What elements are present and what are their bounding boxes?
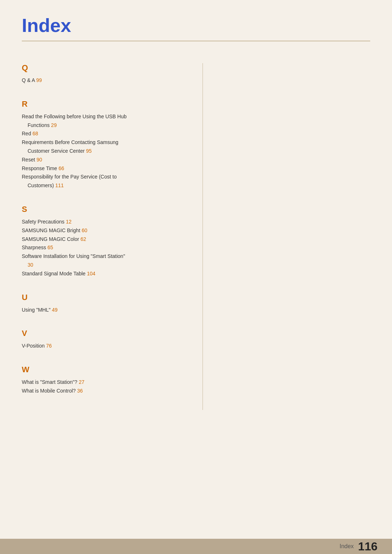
page-num-safety: 12 bbox=[66, 219, 72, 225]
entry-sharpness: Sharpness 65 bbox=[22, 243, 192, 252]
section-v: V V-Position 76 bbox=[22, 329, 192, 350]
page-num-sharpness: 65 bbox=[48, 245, 53, 250]
page-num-requirements: 95 bbox=[86, 148, 92, 154]
section-letter-u: U bbox=[22, 293, 192, 302]
section-letter-w: W bbox=[22, 365, 192, 374]
section-q: Q Q & A 99 bbox=[22, 63, 192, 85]
section-w: W What is "Smart Station"? 27 What is Mo… bbox=[22, 365, 192, 395]
page-num-samsung-magic-color: 62 bbox=[81, 236, 86, 242]
entry-software-installation: Software Installation for Using "Smart S… bbox=[22, 252, 192, 270]
entry-safety: Safety Precautions 12 bbox=[22, 218, 192, 226]
entry-responsibility: Responsibility for the Pay Service (Cost… bbox=[22, 173, 192, 190]
entry-reset: Reset 90 bbox=[22, 156, 192, 164]
page-title: Index bbox=[22, 15, 370, 36]
entry-using-mhl: Using "MHL" 49 bbox=[22, 306, 192, 315]
entry-read-usb: Read the Following before Using the USB … bbox=[22, 112, 192, 130]
entry-red: Red 68 bbox=[22, 130, 192, 138]
section-letter-v: V bbox=[22, 329, 192, 338]
section-letter-q: Q bbox=[22, 63, 192, 73]
entry-v-position: V-Position 76 bbox=[22, 342, 192, 350]
page-num-v-position: 76 bbox=[46, 343, 52, 349]
entry-q-and-a: Q & A 99 bbox=[22, 76, 192, 85]
page-num-using-mhl: 49 bbox=[52, 307, 58, 313]
page-num-software: 30 bbox=[28, 262, 33, 268]
page-num-response-time: 66 bbox=[58, 165, 64, 171]
page-num-red: 68 bbox=[33, 131, 38, 136]
page-num-responsibility: 111 bbox=[55, 182, 64, 188]
entry-standard-signal: Standard Signal Mode Table 104 bbox=[22, 270, 192, 278]
page-num-read-usb: 29 bbox=[51, 122, 57, 128]
page-content: Index Q Q & A 99 R Read the Following be… bbox=[0, 0, 392, 439]
page-num-reset: 90 bbox=[36, 157, 42, 163]
page-num-smart-station: 27 bbox=[79, 379, 85, 385]
page-num-standard-signal: 104 bbox=[87, 271, 95, 276]
page-num-samsung-magic-bright: 60 bbox=[82, 227, 87, 233]
section-u: U Using "MHL" 49 bbox=[22, 293, 192, 315]
right-column bbox=[203, 63, 370, 410]
section-s: S Safety Precautions 12 SAMSUNG MAGIC Br… bbox=[22, 205, 192, 278]
page-num-mobile-control: 36 bbox=[77, 388, 83, 394]
title-divider bbox=[22, 41, 370, 41]
two-column-layout: Q Q & A 99 R Read the Following before U… bbox=[22, 63, 370, 410]
footer-bar: Index 116 bbox=[0, 539, 392, 554]
entry-samsung-magic-bright: SAMSUNG MAGIC Bright 60 bbox=[22, 226, 192, 235]
section-letter-r: R bbox=[22, 99, 192, 109]
section-r: R Read the Following before Using the US… bbox=[22, 99, 192, 190]
entry-requirements: Requirements Before Contacting Samsung C… bbox=[22, 138, 192, 156]
entry-samsung-magic-color: SAMSUNG MAGIC Color 62 bbox=[22, 235, 192, 244]
footer-page-number: 116 bbox=[358, 540, 377, 553]
page-num-qa: 99 bbox=[36, 77, 42, 83]
footer-index-label: Index bbox=[339, 543, 354, 550]
entry-what-is-smart-station: What is "Smart Station"? 27 bbox=[22, 378, 192, 387]
entry-response-time: Response Time 66 bbox=[22, 164, 192, 173]
section-letter-s: S bbox=[22, 205, 192, 214]
left-column: Q Q & A 99 R Read the Following before U… bbox=[22, 63, 203, 410]
entry-what-is-mobile-control: What is Mobile Control? 36 bbox=[22, 387, 192, 395]
